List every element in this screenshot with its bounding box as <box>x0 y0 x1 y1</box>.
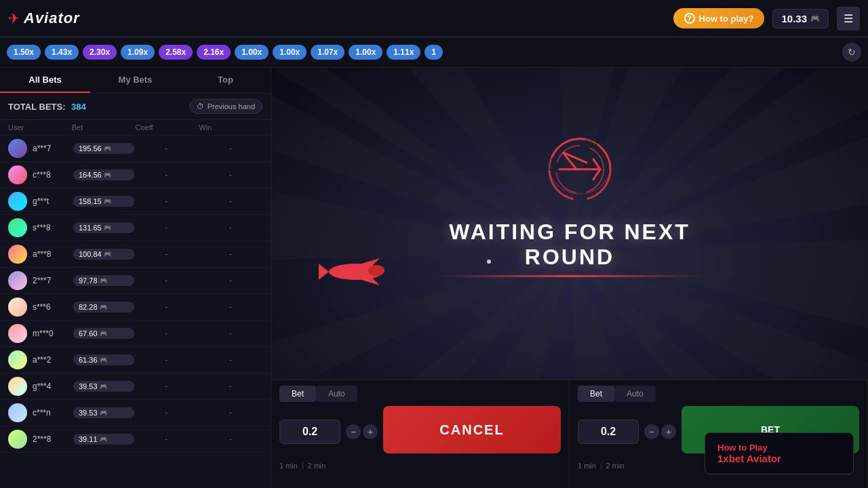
win-value: - <box>199 434 263 444</box>
coeff-value: - <box>134 223 199 232</box>
bet-tab-2[interactable]: Bet <box>578 386 614 402</box>
bet-tab-1[interactable]: Bet <box>279 386 316 402</box>
coeff-value: - <box>134 276 199 285</box>
balance-value: 10.33 <box>781 13 807 24</box>
svg-marker-23 <box>319 272 329 280</box>
table-header: UserBetCoeffWin <box>0 120 271 136</box>
coeff-value: - <box>134 329 199 338</box>
quick-1min-1[interactable]: 1 min <box>279 462 298 470</box>
bet-amount: 39.11 🎮 <box>73 434 134 445</box>
decrease-bet-2[interactable]: − <box>644 424 659 439</box>
coeff-value: - <box>134 249 199 259</box>
menu-button[interactable]: ☰ <box>837 7 860 30</box>
cancel-button[interactable]: CANCEL <box>383 406 561 453</box>
total-bets-label: TOTAL BETS: 384 <box>8 100 86 113</box>
username: m***0 <box>33 329 73 338</box>
avatar <box>8 192 27 211</box>
table-row: a***7195.56 🎮-- <box>0 136 271 162</box>
win-value: - <box>199 276 263 285</box>
win-value: - <box>199 355 263 365</box>
multiplier-badge[interactable]: 2.30x <box>83 45 117 60</box>
table-row: g***t158.15 🎮-- <box>0 188 271 215</box>
multiplier-badge[interactable]: 1.00x <box>235 45 269 60</box>
multiplier-badge[interactable]: 2.16x <box>197 45 231 60</box>
multiplier-badge[interactable]: 1.43x <box>45 45 79 60</box>
logo-text: Aviator <box>24 9 80 27</box>
username: a***8 <box>33 249 73 259</box>
coeff-value: - <box>134 355 199 365</box>
bet-amount: 195.56 🎮 <box>73 143 134 154</box>
coeff-value: - <box>134 144 199 153</box>
coeff-value: - <box>134 408 199 418</box>
multiplier-badge[interactable]: 1 <box>425 45 443 60</box>
table-row: a***8100.84 🎮-- <box>0 241 271 268</box>
table-row: a***261.36 🎮-- <box>0 347 271 373</box>
bets-tab-top[interactable]: Top <box>180 68 271 93</box>
bet-panel-1-tabs: Bet Auto <box>279 380 561 406</box>
username: c***n <box>33 408 73 418</box>
total-bets-count: 384 <box>71 102 86 112</box>
win-value: - <box>199 144 263 153</box>
multiplier-badge[interactable]: 1.50x <box>7 45 41 60</box>
bet-amount-input-1[interactable] <box>279 420 340 444</box>
waiting-content: WAITING FOR NEXT ROUND <box>420 136 719 283</box>
table-col-header: Coeff <box>136 123 199 131</box>
bet-amount: 131.65 🎮 <box>73 222 134 233</box>
logo-plane-icon: ✈ <box>8 10 20 26</box>
svg-point-24 <box>368 265 384 276</box>
username: a***2 <box>33 355 73 365</box>
multiplier-badge[interactable]: 2.58x <box>159 45 193 60</box>
bet-amount-row-1: − + CANCEL <box>279 406 561 458</box>
bets-list: a***7195.56 🎮--c***8164.56 🎮--g***t158.1… <box>0 136 271 488</box>
auto-tab-1[interactable]: Auto <box>316 386 357 402</box>
win-value: - <box>199 382 263 391</box>
bet-panel-2: Bet Auto − + BET 1 min | 2 min <box>570 380 868 488</box>
avatar <box>8 218 27 237</box>
how-to-play-overlay-title: How to Play 1xbet Aviator <box>717 443 841 464</box>
waiting-progress-line <box>434 275 705 277</box>
decrease-bet-1[interactable]: − <box>346 424 361 439</box>
coeff-value: - <box>134 302 199 312</box>
quick-2min-2[interactable]: 2 min <box>606 462 625 470</box>
quick-2min-1[interactable]: 2 min <box>308 462 326 470</box>
main-layout: All BetsMy BetsTop TOTAL BETS: 384 ⏱ Pre… <box>0 68 868 488</box>
avatar <box>8 245 27 264</box>
table-col-header: Win <box>199 123 262 131</box>
bet-amount-input-2[interactable] <box>578 420 639 444</box>
bet-amount: 39.53 🎮 <box>73 407 134 418</box>
multiplier-badge[interactable]: 1.07x <box>311 45 344 60</box>
win-value: - <box>199 170 263 180</box>
previous-hand-button[interactable]: ⏱ Previous hand <box>189 99 262 114</box>
multiplier-badge[interactable]: 1.00x <box>273 45 307 60</box>
username: 2***7 <box>33 276 73 285</box>
how-to-play-button[interactable]: ? How to play? <box>673 8 765 28</box>
quick-1min-2[interactable]: 1 min <box>578 462 596 470</box>
username: s***6 <box>33 302 73 312</box>
bets-tab-all-bets[interactable]: All Bets <box>0 68 90 93</box>
username: c***8 <box>33 170 73 180</box>
username: a***7 <box>33 144 73 153</box>
win-value: - <box>199 249 263 259</box>
bets-tab-my-bets[interactable]: My Bets <box>90 68 180 93</box>
table-row: s***682.28 🎮-- <box>0 294 271 321</box>
betting-panel: Bet Auto − + CANCEL 1 min | 2 min <box>271 380 868 488</box>
multiplier-badge[interactable]: 1.00x <box>349 45 382 60</box>
avatar <box>8 403 27 422</box>
avatar <box>8 324 27 343</box>
auto-tab-2[interactable]: Auto <box>614 386 656 402</box>
bet-amount: 164.56 🎮 <box>73 169 134 180</box>
table-row: 2***839.11 🎮-- <box>0 426 271 453</box>
game-area: WAITING FOR NEXT ROUND <box>271 68 868 488</box>
multiplier-badge[interactable]: 1.09x <box>121 45 155 60</box>
left-panel: All BetsMy BetsTop TOTAL BETS: 384 ⏱ Pre… <box>0 68 271 488</box>
svg-marker-22 <box>319 264 329 272</box>
coeff-value: - <box>134 434 199 444</box>
refresh-button[interactable]: ↻ <box>842 43 861 62</box>
table-row: c***8164.56 🎮-- <box>0 162 271 188</box>
increase-bet-2[interactable]: + <box>661 424 676 439</box>
balance-display: 10.33 🎮 <box>772 9 829 28</box>
prev-hand-label: Previous hand <box>208 102 255 110</box>
quick-btns-1: 1 min | 2 min <box>279 462 561 470</box>
multiplier-badge[interactable]: 1.11x <box>387 45 420 60</box>
increase-bet-1[interactable]: + <box>363 424 378 439</box>
